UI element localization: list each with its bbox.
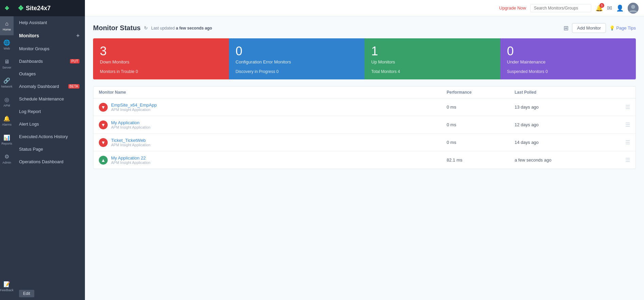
reports-icon: 📊 [3,134,10,141]
nav-home[interactable]: ⌂ Home [0,16,14,35]
sidebar-item-schedule-maintenance[interactable]: Schedule Maintenance [14,93,85,105]
nav-admin-label: Admin [2,161,11,164]
nav-feedback[interactable]: 📝 Feedback [0,277,14,296]
network-icon: 🔗 [3,77,10,84]
monitor-performance: 0 ms [447,105,515,110]
arrow-up-icon: ▲ [101,157,106,163]
refresh-icon[interactable]: ↻ [144,25,148,31]
status-card-config-error[interactable]: 0 Configuration Error Monitors Discovery… [229,38,365,79]
dashboards-label: Dashboards [19,59,43,64]
nav-network[interactable]: 🔗 Network [0,73,14,92]
nav-reports-label: Reports [1,142,12,145]
logo-icon-area: ❖ [0,0,14,16]
page-tips-link[interactable]: 💡 Page Tips [609,25,636,31]
sidebar-item-status-page[interactable]: Status Page [14,143,85,155]
monitor-type: APM Insight Application [111,161,150,165]
sidebar-item-anomaly-dashboard[interactable]: Anomaly Dashboard BETA [14,80,85,93]
down-label: Down Monitors [100,59,222,64]
main-area: Upgrade Now 🔔 5 ✉ 👤 Monitor Status ↻ Las… [85,0,644,300]
page-header-left: Monitor Status ↻ Last updated a few seco… [93,24,212,32]
add-monitor-sidebar-icon[interactable]: + [76,33,79,39]
arrow-down-icon: ▼ [101,105,106,110]
row-menu-button[interactable]: ☰ [616,121,630,128]
sidebar-edit-button[interactable]: Edit [19,290,34,297]
svg-point-1 [631,5,635,9]
bell-icon[interactable]: 🔔 5 [595,4,603,12]
nav-web[interactable]: 🌐 Web [0,35,14,54]
status-card-maintenance[interactable]: 0 Under Maintenance Suspended Monitors 0 [500,38,636,79]
page-header-right: ⊞ Add Monitor 💡 Page Tips [564,23,636,33]
nav-alarms-label: Alarms [2,123,12,126]
operations-dashboard-label: Operations Dashboard [19,159,64,164]
monitor-last-polled: 13 days ago [515,105,616,110]
nav-alarms[interactable]: 🔔 Alarms [0,111,14,130]
search-input[interactable] [530,4,591,12]
nav-apm-label: APM [3,104,10,107]
monitor-info: My Application APM Insight Application [111,120,150,129]
monitor-name-cell: ▼ Ticket_TicketWeb APM Insight Applicati… [99,138,447,147]
monitor-name-link[interactable]: Ticket_TicketWeb [111,138,150,143]
maintenance-sub-label: Suspended Monitors 0 [507,69,629,74]
monitor-type: APM Insight Application [111,108,157,112]
topbar: Upgrade Now 🔔 5 ✉ 👤 [85,0,644,16]
user-avatar[interactable] [628,3,639,14]
status-icon-up: ▲ [99,156,108,165]
alarms-icon: 🔔 [3,115,10,122]
monitor-last-polled: a few seconds ago [515,157,616,163]
monitor-last-polled: 12 days ago [515,122,616,127]
help-assistant-label: Help Assistant [19,20,47,25]
monitor-info: EmpSite_x64_EmpApp APM Insight Applicati… [111,102,157,112]
table-row: ▼ My Application APM Insight Application… [93,116,636,134]
sidebar-item-help-assistant[interactable]: Help Assistant [14,16,85,29]
status-card-up[interactable]: 1 Up Monitors Total Monitors 4 [364,38,500,79]
nav-feedback-label: Feedback [0,288,14,292]
monitor-performance: 0 ms [447,122,515,127]
upgrade-now-link[interactable]: Upgrade Now [499,5,526,11]
status-card-down[interactable]: 3 Down Monitors Monitors in Trouble 0 [93,38,229,79]
last-updated-text: Last updated a few seconds ago [151,26,212,31]
monitor-performance: 82.1 ms [447,157,515,163]
sidebar-item-executed-actions[interactable]: Executed Actions History [14,130,85,143]
col-monitor-name: Monitor Name [99,90,447,95]
sidebar-item-operations-dashboard[interactable]: Operations Dashboard [14,155,85,168]
row-menu-button[interactable]: ☰ [616,104,630,110]
config-error-sub-label: Discovery in Progress 0 [236,69,358,74]
row-menu-button[interactable]: ☰ [616,139,630,146]
monitor-table: Monitor Name Performance Last Polled ▼ E… [93,86,636,169]
anomaly-dashboard-label: Anomaly Dashboard [19,84,59,89]
alert-logs-label: Alert Logs [19,121,39,127]
maintenance-count: 0 [507,45,629,57]
status-cards: 3 Down Monitors Monitors in Trouble 0 0 … [93,38,636,79]
sidebar-item-dashboards[interactable]: Dashboards PUT [14,55,85,68]
down-count: 3 [100,45,222,57]
add-monitor-button[interactable]: Add Monitor [572,23,606,33]
nav-network-label: Network [1,85,12,88]
monitor-name-link[interactable]: EmpSite_x64_EmpApp [111,102,157,108]
email-icon[interactable]: ✉ [607,4,612,12]
row-menu-button[interactable]: ☰ [616,157,630,163]
anomaly-badge: BETA [68,84,79,89]
sidebar-item-log-report[interactable]: Log Report [14,105,85,118]
monitor-name-link[interactable]: My Application 22 [111,155,150,161]
col-actions [616,90,630,95]
nav-reports[interactable]: 📊 Reports [0,130,14,149]
nav-admin[interactable]: ⚙ Admin [0,149,14,168]
sidebar-item-outages[interactable]: Outages [14,68,85,80]
nav-apm[interactable]: ◎ APM [0,92,14,111]
lightbulb-icon: 💡 [609,25,615,31]
arrow-down-icon: ▼ [101,140,106,145]
monitor-info: Ticket_TicketWeb APM Insight Application [111,138,150,147]
outages-label: Outages [19,71,36,76]
up-count: 1 [371,45,494,57]
sidebar-item-monitor-groups[interactable]: Monitor Groups [14,42,85,55]
site24x7-logo-text: Site24x7 [26,5,51,12]
sidebar: ❖ Site24x7 Help Assistant Monitors + Mon… [14,0,85,300]
arrow-down-icon: ▼ [101,122,106,128]
user-icon[interactable]: 👤 [616,4,624,12]
logo-symbol: ❖ [4,5,9,12]
sidebar-item-monitors-header[interactable]: Monitors + [14,29,85,42]
sidebar-item-alert-logs[interactable]: Alert Logs [14,118,85,130]
monitor-name-link[interactable]: My Application [111,120,150,125]
nav-server[interactable]: 🖥 Server [0,54,14,73]
grid-view-button[interactable]: ⊞ [564,24,569,32]
